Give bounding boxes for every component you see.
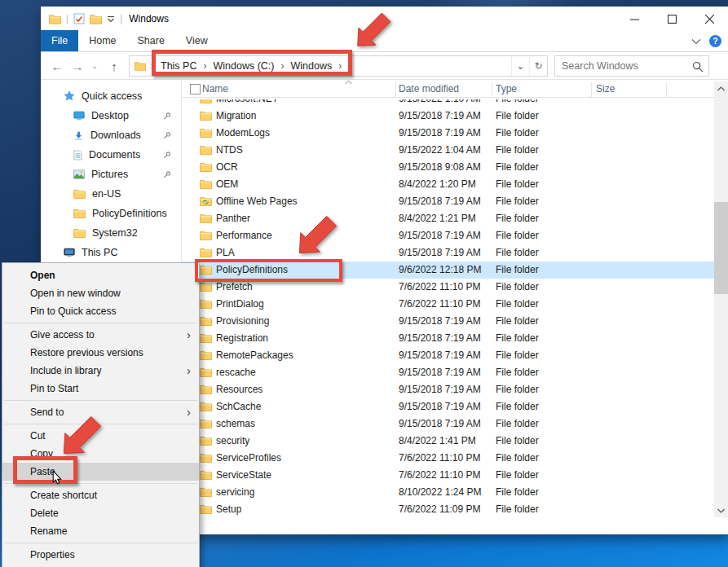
address-bar[interactable]: › This PC›Windows (C:)›Windows› ⌄ ↻ [129,55,548,77]
file-row-panther[interactable]: Panther 8/4/2022 1:21 PM File folder [182,210,714,227]
file-name-cell: PLA [216,247,235,258]
submenu-chevron-icon: › [187,362,191,380]
folder-icon [73,228,86,238]
file-row-ntds[interactable]: NTDS 9/15/2022 1:04 AM File folder [182,142,714,159]
file-type-cell: File folder [496,161,539,173]
column-resize-handle[interactable] [666,82,667,97]
file-type-cell: File folder [496,213,539,224]
breadcrumb-segment-this-pc[interactable]: This PC [155,60,202,72]
folder-icon [200,145,212,155]
tab-home[interactable]: Home [78,30,126,51]
file-row-resources[interactable]: Resources 9/15/2018 7:19 AM File folder [182,381,714,398]
forward-button[interactable]: → [68,56,87,76]
sidebar-item-downloads[interactable]: Downloads [41,125,181,145]
maximize-button[interactable] [653,7,690,31]
address-dropdown-icon[interactable]: ⌄ [511,56,529,76]
scrollbar-thumb[interactable] [714,202,728,294]
column-header-size[interactable]: Size [596,83,615,94]
file-row-setup[interactable]: Setup 7/6/2022 11:09 PM File folder [182,501,714,517]
file-row-serviceprofiles[interactable]: ServiceProfiles 7/6/2022 11:10 PM File f… [182,450,714,467]
column-header-date-modified[interactable]: Date modified [399,83,459,94]
menu-item-create-shortcut[interactable]: Create shortcut [2,486,199,504]
recent-locations-icon[interactable]: ⌄ [88,56,101,76]
menu-item-restore-previous-versions[interactable]: Restore previous versions [2,344,199,362]
sidebar-item-system32[interactable]: System32 [41,223,181,243]
tab-file[interactable]: File [41,30,78,51]
breadcrumb-segment-windows-c-[interactable]: Windows (C:) [207,60,280,72]
menu-item-include-in-library[interactable]: Include in library › [2,362,199,380]
file-row-offline-web-pages[interactable]: Offline Web Pages 9/15/2018 7:19 AM File… [182,193,714,210]
select-all-checkbox[interactable] [190,84,201,94]
sidebar-item-quick-access[interactable]: Quick access [41,86,181,106]
file-row-servicestate[interactable]: ServiceState 7/6/2022 11:10 PM File fold… [182,467,714,484]
file-row-prefetch[interactable]: Prefetch 7/6/2022 11:10 PM File folder [182,279,714,296]
refresh-icon[interactable]: ↻ [529,56,547,76]
sidebar-item-this-pc[interactable]: This PC [41,243,181,262]
menu-item-open[interactable]: Open [2,266,199,284]
menu-separator [4,543,197,543]
menu-item-cut[interactable]: Cut [2,427,199,445]
column-resize-handle[interactable] [492,82,492,97]
menu-item-send-to[interactable]: Send to › [2,403,199,421]
sidebar-item-en-us[interactable]: en-US [41,184,181,204]
vertical-scrollbar[interactable] [714,81,728,517]
menu-item-properties[interactable]: Properties [2,546,199,564]
minimize-button[interactable] [615,7,653,31]
close-button[interactable] [690,7,728,31]
sidebar-item-desktop[interactable]: Desktop [41,106,181,125]
menu-item-pin-to-start[interactable]: Pin to Start [2,380,199,398]
breadcrumb-segment-windows[interactable]: Windows [285,60,338,72]
menu-item-open-in-new-window[interactable]: Open in new window [2,284,199,302]
back-button[interactable]: ← [47,56,67,76]
file-row-registration[interactable]: Registration 9/15/2018 7:19 AM File fold… [182,330,714,347]
file-row-schcache[interactable]: SchCache 9/15/2018 7:19 AM File folder [182,398,714,415]
date-modified-cell: 9/15/2018 7:19 AM [399,230,481,241]
file-row-rescache[interactable]: rescache 9/15/2018 7:19 AM File folder [182,364,714,381]
column-resize-handle[interactable] [591,82,592,97]
sidebar-item-pictures[interactable]: Pictures [41,165,181,184]
tab-view[interactable]: View [175,30,218,51]
file-row-migration[interactable]: Migration 9/15/2018 7:19 AM File folder [182,108,714,125]
scroll-up-icon[interactable] [714,81,728,95]
column-header-type[interactable]: Type [496,83,517,94]
pin-icon [163,131,171,140]
file-row-ocr[interactable]: OCR 9/15/2018 9:08 AM File folder [182,159,714,176]
file-row-servicing[interactable]: servicing 8/10/2022 1:24 PM File folder [182,484,714,501]
search-icon[interactable] [692,61,704,73]
new-folder-icon[interactable] [90,14,102,24]
properties-check-icon[interactable] [73,13,85,24]
file-row-remotepackages[interactable]: RemotePackages 9/15/2018 7:19 AM File fo… [182,347,714,364]
folder-icon [200,111,212,121]
submenu-chevron-icon: › [187,326,191,344]
up-button[interactable]: ↑ [104,56,124,76]
menu-item-pin-to-quick-access[interactable]: Pin to Quick access [2,302,199,320]
file-name-cell: OEM [216,178,238,190]
expand-ribbon-icon[interactable] [691,38,701,45]
column-resize-handle[interactable] [395,82,396,97]
file-row-microsoft-net[interactable]: Microsoft.NET 9/15/2022 1:10 AM File fol… [182,99,714,108]
file-type-cell: File folder [496,144,539,156]
menu-item-rename[interactable]: Rename [2,522,199,540]
menu-item-paste[interactable]: Paste [2,463,199,481]
help-icon[interactable]: ? [709,35,721,47]
file-row-modemlogs[interactable]: ModemLogs 9/15/2018 7:19 AM File folder [182,125,714,142]
menu-item-give-access-to[interactable]: Give access to › [2,326,199,344]
menu-item-delete[interactable]: Delete [2,504,199,522]
file-row-printdialog[interactable]: PrintDialog 7/6/2022 11:10 PM File folde… [182,296,714,313]
scroll-down-icon[interactable] [714,503,728,517]
menu-item-copy[interactable]: Copy [2,445,199,463]
file-row-pla[interactable]: PLA 9/15/2018 7:19 AM File folder [182,244,714,262]
file-row-oem[interactable]: OEM 8/4/2022 1:20 PM File folder [182,176,714,193]
file-row-schemas[interactable]: schemas 9/15/2018 7:19 AM File folder [182,415,714,433]
file-row-provisioning[interactable]: Provisioning 9/15/2018 7:19 AM File fold… [182,313,714,330]
file-type-cell: File folder [496,264,539,275]
column-header-name[interactable]: Name [202,83,228,94]
sidebar-item-documents[interactable]: Documents [41,145,181,165]
file-row-policydefinitions[interactable]: PolicyDefinitions 9/6/2022 12:18 PM File… [182,262,714,279]
file-row-security[interactable]: security 8/4/2022 1:41 PM File folder [182,433,714,450]
file-row-performance[interactable]: Performance 9/15/2018 7:19 AM File folde… [182,227,714,244]
sidebar-item-policydefinitions[interactable]: PolicyDefinitions [41,204,181,223]
tab-share[interactable]: Share [127,30,175,51]
qat-customize-icon[interactable] [107,15,115,23]
search-input[interactable] [555,56,708,76]
